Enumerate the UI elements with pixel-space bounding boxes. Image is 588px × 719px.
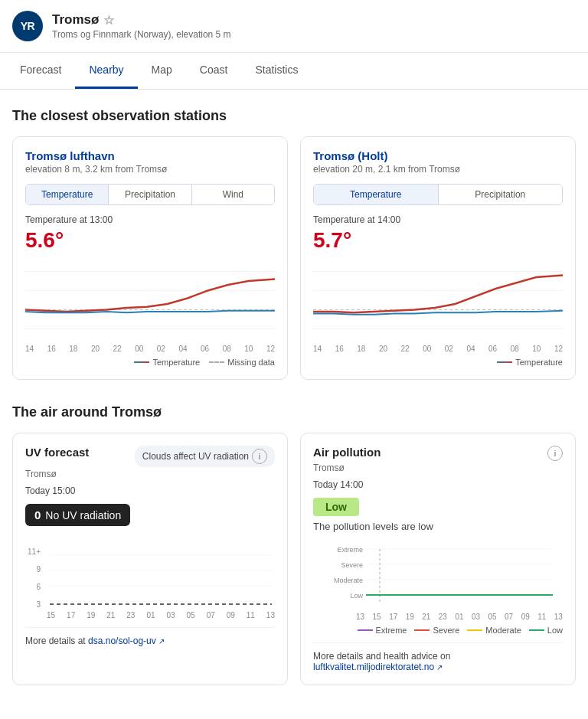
pollution-time: Today 14:00	[313, 479, 563, 490]
air-section-title: The air around Tromsø	[12, 404, 576, 420]
station1-tab-precip[interactable]: Precipitation	[109, 185, 191, 204]
station2-x-labels: 141618202200020406081012	[313, 345, 563, 353]
legend-temp: Temperature	[134, 358, 200, 367]
uv-header: UV forecast Clouds affect UV radiation i	[25, 446, 275, 467]
svg-text:Low: Low	[350, 592, 363, 600]
tab-coast[interactable]: Coast	[186, 53, 242, 89]
station1-temp: 5.6°	[25, 228, 275, 253]
station1-name[interactable]: Tromsø lufthavn	[25, 149, 275, 162]
pollution-chart: Extreme Severe Moderate Low	[313, 541, 563, 613]
legend-temp2: Temperature	[497, 358, 563, 367]
air-cards: UV forecast Clouds affect UV radiation i…	[12, 433, 576, 685]
location-title: Tromsø ☆	[52, 12, 231, 28]
station1-legend: Temperature Missing data	[25, 358, 275, 367]
header: YR Tromsø ☆ Troms og Finnmark (Norway), …	[0, 0, 588, 53]
station1-tab-temp[interactable]: Temperature	[26, 185, 109, 204]
observation-section-title: The closest observation stations	[12, 108, 576, 124]
observation-cards: Tromsø lufthavn elevation 8 m, 3.2 km fr…	[12, 136, 576, 380]
pollution-legend: Extreme Severe Moderate Low	[313, 626, 563, 635]
location-subtitle: Troms og Finnmark (Norway), elevation 5 …	[52, 29, 231, 40]
station1-tabs: Temperature Precipitation Wind	[25, 184, 275, 205]
tab-map[interactable]: Map	[138, 53, 186, 89]
pollution-title: Air pollution	[313, 446, 381, 459]
station2-elevation: elevation 20 m, 2.1 km from Tromsø	[313, 164, 563, 175]
pollution-chart-area: Extreme Severe Moderate Low	[313, 541, 563, 635]
pollution-x-labels: 13151719212301030507091113	[356, 613, 563, 621]
station1-x-labels: 141618202200020406081012	[25, 345, 275, 353]
legend-missing: Missing data	[209, 358, 275, 367]
station2-tabs: Temperature Precipitation	[313, 184, 563, 205]
station1-chart	[25, 262, 275, 338]
station1-tab-wind[interactable]: Wind	[192, 185, 274, 204]
station2-chart	[313, 262, 563, 338]
pollution-location: Tromsø	[313, 462, 563, 473]
uv-info-icon[interactable]: i	[252, 449, 267, 464]
clouds-badge: Clouds affect UV radiation i	[135, 446, 275, 467]
pollution-more-details: More details and health advice on luftkv…	[313, 642, 563, 672]
tab-nearby[interactable]: Nearby	[75, 53, 137, 89]
pollution-header: Air pollution i	[313, 446, 563, 461]
station2-time: Temperature at 14:00	[313, 214, 563, 225]
pollution-badge: Low	[313, 498, 359, 516]
pollution-info-icon[interactable]: i	[547, 446, 563, 461]
uv-location: Tromsø	[25, 469, 275, 479]
uv-title: UV forecast	[25, 446, 89, 459]
pollution-details-link[interactable]: luftkvalitet.miljodirektoratet.no ↗	[313, 662, 443, 672]
pollution-description: The pollution levels are low	[313, 521, 563, 532]
uv-chart: 151719212301030507091113	[47, 547, 275, 619]
station1-elevation: elevation 8 m, 3.2 km from Tromsø	[25, 164, 275, 175]
favorite-icon[interactable]: ☆	[103, 13, 114, 28]
location-info: Tromsø ☆ Troms og Finnmark (Norway), ele…	[52, 12, 231, 40]
station2-legend: Temperature	[313, 358, 563, 367]
uv-card: UV forecast Clouds affect UV radiation i…	[12, 433, 288, 685]
svg-text:Moderate: Moderate	[334, 577, 363, 584]
station2-tab-temp[interactable]: Temperature	[314, 185, 439, 204]
station-card-1: Tromsø lufthavn elevation 8 m, 3.2 km fr…	[12, 136, 288, 380]
ext-link-icon2: ↗	[436, 663, 443, 672]
svg-text:Severe: Severe	[341, 561, 363, 569]
station2-tab-precip[interactable]: Precipitation	[439, 185, 563, 204]
uv-more-details: More details at dsa.no/sol-og-uv ↗	[25, 627, 275, 646]
uv-time: Today 15:00	[25, 485, 275, 496]
main-content: The closest observation stations Tromsø …	[0, 90, 588, 704]
yr-logo: YR	[12, 11, 43, 41]
uv-chart-area: 11+ 9 6 3 1517192123010305070	[25, 547, 275, 619]
uv-level-badge: 0 No UV radiation	[25, 504, 130, 526]
station-card-2: Tromsø (Holt) elevation 20 m, 2.1 km fro…	[300, 136, 576, 380]
tab-forecast[interactable]: Forecast	[6, 53, 75, 89]
svg-text:Extreme: Extreme	[337, 546, 363, 554]
tab-statistics[interactable]: Statistics	[241, 53, 312, 89]
uv-details-link[interactable]: dsa.no/sol-og-uv ↗	[88, 636, 165, 646]
station2-name[interactable]: Tromsø (Holt)	[313, 149, 563, 162]
pollution-card: Air pollution i Tromsø Today 14:00 Low T…	[300, 433, 576, 685]
nav-tabs: Forecast Nearby Map Coast Statistics	[0, 53, 588, 90]
station2-temp: 5.7°	[313, 228, 563, 253]
station1-time: Temperature at 13:00	[25, 214, 275, 225]
uv-x-labels: 151719212301030507091113	[47, 611, 275, 619]
external-link-icon: ↗	[158, 637, 165, 645]
